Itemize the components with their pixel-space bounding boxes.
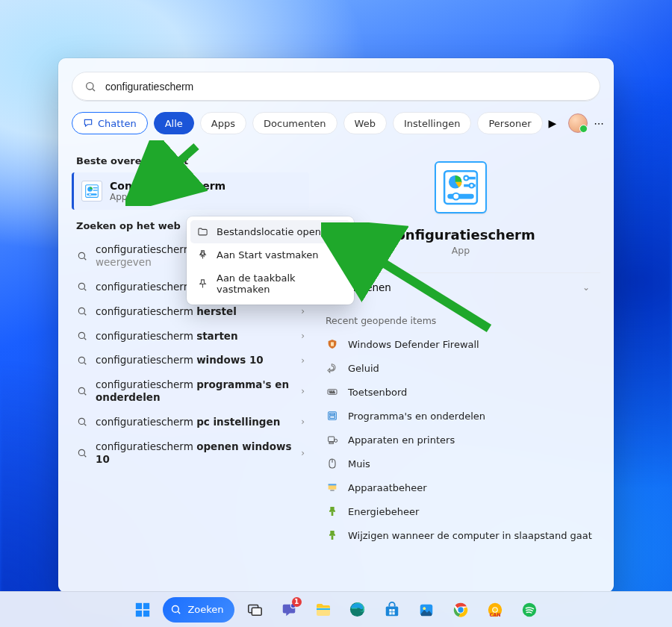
filter-apps[interactable]: Apps — [200, 112, 246, 134]
search-icon — [76, 281, 88, 293]
svg-rect-30 — [447, 194, 473, 199]
filter-settings[interactable]: Instellingen — [393, 112, 472, 134]
svg-point-55 — [172, 606, 179, 613]
svg-line-23 — [84, 455, 87, 457]
preview-title: Configuratiescherm — [386, 227, 535, 243]
chevron-right-icon: › — [301, 417, 305, 427]
chevron-down-icon[interactable]: ⌄ — [582, 282, 590, 293]
web-result[interactable]: configuratiescherm openen windows 10› — [72, 434, 309, 472]
search-icon — [76, 305, 88, 317]
chat-badge: 1 — [292, 597, 302, 607]
svg-rect-51 — [136, 602, 142, 608]
svg-point-27 — [464, 176, 468, 181]
task-view-icon[interactable] — [240, 596, 269, 624]
menu-pin-to-start[interactable]: Aan Start vastmaken — [190, 243, 350, 266]
svg-rect-42 — [329, 437, 335, 442]
svg-rect-2 — [86, 185, 99, 198]
filter-chat-label: Chatten — [98, 118, 137, 129]
svg-rect-67 — [392, 612, 394, 614]
svg-line-17 — [84, 362, 87, 364]
recent-item[interactable]: Apparaten en printers — [321, 428, 600, 452]
svg-point-10 — [78, 284, 84, 290]
menu-pin-to-taskbar[interactable]: Aan de taakbalk vastmaken — [190, 266, 350, 301]
recent-item[interactable]: Programma's en onderdelen — [321, 404, 600, 428]
user-avatar[interactable] — [568, 113, 588, 134]
recent-item-icon — [326, 433, 339, 446]
svg-line-1 — [93, 89, 95, 91]
svg-rect-52 — [143, 602, 149, 608]
start-button[interactable] — [128, 596, 157, 624]
svg-rect-4 — [93, 187, 98, 188]
svg-point-8 — [78, 252, 84, 258]
svg-rect-36 — [332, 391, 332, 392]
spotify-icon[interactable] — [515, 596, 544, 624]
filter-more-icon[interactable]: ▶ — [549, 113, 557, 134]
svg-rect-47 — [330, 490, 334, 490]
open-label: Openen — [352, 281, 391, 293]
svg-rect-53 — [136, 610, 142, 616]
web-result[interactable]: configuratiescherm windows 10› — [72, 348, 309, 372]
open-action[interactable]: Openen ⌄ — [321, 272, 600, 302]
svg-point-44 — [335, 439, 337, 442]
filter-people[interactable]: Personer — [477, 112, 542, 134]
svg-rect-64 — [389, 609, 391, 611]
svg-line-56 — [178, 611, 181, 614]
svg-point-22 — [78, 449, 84, 455]
recent-item[interactable]: Toetsenbord — [321, 380, 600, 404]
web-result[interactable]: configuratiescherm programma's en onderd… — [72, 372, 309, 410]
menu-open-file-location[interactable]: Bestandslocatie openen — [190, 220, 350, 243]
file-explorer-icon[interactable] — [309, 596, 337, 624]
photos-icon[interactable] — [412, 596, 441, 624]
web-result[interactable]: configuratiescherm pc instellingen› — [72, 410, 309, 434]
recent-item[interactable]: Apparaatbeheer — [321, 475, 600, 499]
recent-item[interactable]: Muis — [321, 452, 600, 475]
chat-icon[interactable]: 1 — [275, 596, 303, 624]
store-icon[interactable] — [378, 596, 406, 624]
filter-all[interactable]: Alle — [154, 112, 194, 134]
best-match-result[interactable]: Configuratiescherm App — [72, 172, 309, 210]
context-menu: Bestandslocatie openen Aan Start vastmak… — [187, 216, 354, 305]
search-icon — [76, 250, 88, 262]
svg-point-20 — [78, 419, 84, 425]
svg-point-12 — [78, 308, 84, 314]
svg-line-15 — [84, 338, 87, 340]
chrome-canary-icon[interactable]: CAN — [481, 596, 509, 624]
search-icon — [76, 416, 88, 428]
chrome-icon[interactable] — [447, 596, 475, 624]
search-input[interactable] — [104, 80, 588, 93]
chevron-right-icon: › — [301, 331, 305, 341]
details-pane: Configuratiescherm App Openen ⌄ Recent g… — [309, 143, 600, 593]
preview-subtitle: App — [452, 245, 470, 256]
section-recent: Recent geopende items — [321, 302, 600, 332]
filter-documents[interactable]: Documenten — [252, 112, 337, 134]
web-result[interactable]: configuratiescherm starten› — [72, 324, 309, 349]
edge-icon[interactable] — [343, 596, 372, 624]
svg-line-21 — [84, 424, 87, 426]
recent-item-icon — [326, 409, 339, 422]
svg-rect-41 — [330, 416, 335, 418]
taskbar-search[interactable]: Zoeken — [163, 597, 234, 623]
filter-chat[interactable]: Chatten — [72, 112, 148, 134]
svg-rect-50 — [332, 536, 334, 540]
svg-point-16 — [78, 357, 84, 363]
overflow-icon[interactable]: ⋯ — [594, 113, 604, 134]
svg-rect-61 — [317, 608, 330, 610]
svg-rect-65 — [392, 609, 394, 611]
recent-item-icon — [326, 528, 339, 542]
recent-item[interactable]: Wijzigen wanneer de computer in slaapsta… — [321, 523, 600, 547]
search-icon — [76, 355, 88, 366]
svg-rect-40 — [330, 414, 335, 415]
recent-item[interactable]: Energiebeheer — [321, 499, 600, 523]
chevron-right-icon: › — [301, 355, 305, 366]
svg-point-29 — [470, 184, 474, 188]
recent-item[interactable]: Geluid — [321, 356, 600, 380]
recent-items-list: Windows Defender FirewallGeluidToetsenbo… — [321, 332, 600, 547]
filter-web[interactable]: Web — [343, 112, 387, 134]
recent-item[interactable]: Windows Defender Firewall — [321, 332, 600, 356]
search-box[interactable] — [72, 72, 600, 102]
svg-point-69 — [423, 607, 426, 610]
bing-icon[interactable] — [610, 113, 614, 134]
search-icon — [76, 330, 88, 342]
search-icon — [84, 81, 96, 93]
recent-item-icon — [326, 361, 339, 375]
